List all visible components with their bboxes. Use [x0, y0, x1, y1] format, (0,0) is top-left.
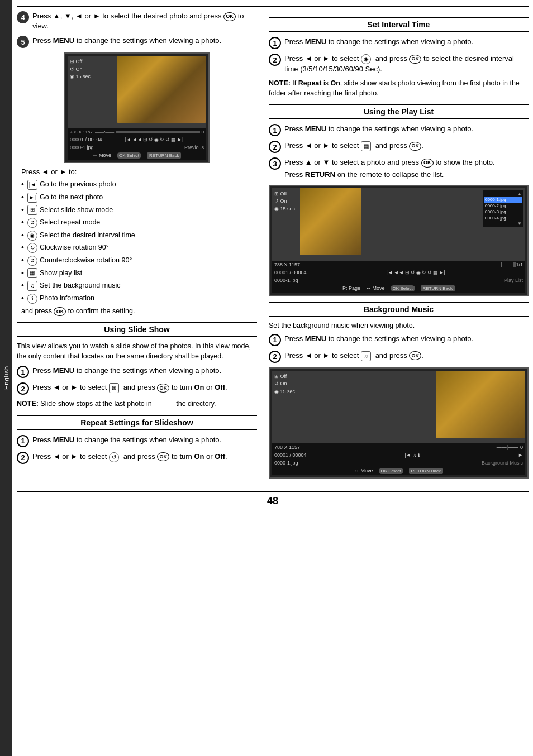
ok-int: OK [409, 55, 421, 64]
left-column: 4 Press ▲, ▼, ◄ or ► to select the desir… [17, 11, 257, 484]
repeat-text: Select repeat mode [40, 218, 100, 228]
bgmusic-section: Background Music Set the background musi… [269, 302, 529, 479]
bgm-controls-bar: 00001 / 00004 |◄ ♫ ℹ ► [272, 451, 525, 459]
pl-ss-btn: ⊞ [405, 270, 410, 275]
playlist-step-2: 2 Press ◄ or ► to select ▦ and press OK. [269, 141, 529, 153]
bullet-playlist: • ▦ Show play list [21, 268, 257, 279]
pl-ccw-btn: ↺ [427, 270, 432, 275]
tv-ok-hint: OK Select [117, 152, 141, 159]
playlist-step-3-text: Press ▲ or ▼ to select a photo and press… [284, 157, 495, 168]
tv-slideshow-icon: ⊞ Off [70, 58, 91, 66]
playlist-step-3-content: Press ▲ or ▼ to select a photo and press… [284, 157, 495, 180]
interval-step-2-text: Press ◄ or ► to select ◉ and press OK to… [284, 54, 529, 74]
tv-move-hint: ↔ Move [93, 152, 112, 159]
next-photo-text: Go to the next photo [40, 193, 103, 203]
tv-mockup-main: ⊞ Off ↺ On ◉ 15 sec 788 X 1157 ——/—— 0 [64, 52, 210, 163]
pl-ff-btn: ►| [439, 270, 445, 275]
ok-pl: OK [409, 142, 421, 151]
bullet-next-photo: • ►| Go to the next photo [21, 192, 257, 203]
pl-return-hint: RETURN Back [421, 285, 455, 291]
tv-filename: 0000-1.jpg [70, 145, 94, 150]
repeat-step-1-badge: 1 [17, 435, 29, 447]
prev-photo-text: Go to the previous photo [40, 180, 116, 190]
repeat-icon: ↺ [27, 218, 37, 228]
bullet-dot-4: • [21, 217, 24, 228]
step-4-badge: 4 [17, 11, 29, 23]
pl-select-icon: ▦ [361, 141, 371, 151]
playlist-section-header: Using the Play List [269, 104, 529, 119]
playlist-step-3: 3 Press ▲ or ▼ to select a photo and pre… [269, 157, 529, 180]
interval-step-1: 1 Press MENU to change the settings when… [269, 37, 529, 49]
bullet-dot-8: • [21, 268, 24, 279]
bgm-rep-status: ↺ On [274, 380, 295, 388]
ok-icon-confirm: OK [54, 307, 66, 316]
slideshow-intro: This view allows you to watch a slide sh… [17, 342, 257, 361]
tv-icon-controls: |◄ ◄◄ ⊞ ↺ ◉ ↻ ↺ ▦ ►| [104, 137, 204, 142]
two-column-layout: 4 Press ▲, ▼, ◄ or ► to select the desir… [17, 11, 529, 484]
tv-return-hint: RETURN Back [147, 152, 181, 159]
bullet-bgmusic: • ♫ Set the background music [21, 280, 257, 291]
ok-ss: OK [157, 384, 169, 393]
slideshow-note: NOTE: Slide show stops at the last photo… [17, 399, 257, 409]
bullet-slideshow: • ⊞ Select slide show mode [21, 205, 257, 216]
bgm-progress: ——|—— [302, 444, 518, 450]
pl-move-hint: ↔ Move [366, 285, 385, 291]
repeat-step-1: 1 Press MENU to change the settings when… [17, 435, 257, 447]
pl-ss-status: ⊞ Off [274, 190, 295, 198]
interval-step-2: 2 Press ◄ or ► to select ◉ and press OK … [269, 54, 529, 74]
interval-step-1-badge: 1 [269, 37, 281, 49]
bgm-return-hint: RETURN Back [409, 468, 443, 474]
step-5-badge: 5 [17, 36, 29, 48]
interval-section-header: Set Interval Time [269, 17, 529, 32]
bullet-cw: • ↻ Clockwise rotation 90° [21, 242, 257, 253]
tv-footer-1: ↔ Move OK Select RETURN Back [68, 151, 206, 160]
rep-select-icon: ↺ [109, 452, 119, 462]
playlist-icon: ▦ [27, 268, 37, 278]
playlist-panel: ▲ 0000-1.jpg 0000-2.jpg 0000-3.jpg 0000-… [483, 190, 523, 227]
bgmusic-step-1-badge: 1 [269, 334, 281, 346]
prev-photo-icon: |◄ [27, 180, 37, 190]
confirm-line: and press OK to confirm the setting. [21, 307, 257, 316]
bgmusic-section-header: Background Music [269, 302, 529, 317]
bgm-int-status: ◉ 15 sec [274, 388, 295, 396]
bullet-interval: • ◉ Select the desired interval time [21, 230, 257, 241]
tv-bottom-bar-1: 788 X 1157 ——/—— 0 [68, 128, 206, 136]
slideshow-step-2-text: Press ◄ or ► to select ⊞ and press OK to… [32, 382, 257, 393]
tv-repeat-icon: ↺ On [70, 66, 91, 74]
tv-pl-btn: ▦ [171, 137, 176, 142]
bgm-progress-end: 0 [520, 444, 523, 450]
pl-controls-bar: 00001 / 00004 |◄ ◄◄ ⊞ ↺ ◉ ↻ ↺ ▦ ►| [272, 269, 525, 276]
bgm-ss-status: ⊞ Off [274, 373, 295, 381]
pl-pl-btn: ▦ [433, 270, 438, 275]
playlist-step-3-extra: Press RETURN on the remote to collapse t… [284, 170, 495, 180]
bgm-dog-image [436, 371, 525, 438]
bgm-tv-footer: ↔ Move OK Select RETURN Back [272, 467, 525, 475]
repeat-section-header: Repeat Settings for Slideshow [17, 415, 257, 430]
bgm-info-btn: ℹ [418, 452, 420, 458]
interval-icon: ◉ [27, 231, 37, 241]
pl-item-1: 0000-1.jpg [484, 197, 522, 203]
repeat-step-1-text: Press MENU to change the settings when v… [32, 435, 257, 445]
slideshow-icon: ⊞ [27, 205, 37, 215]
slideshow-section-header: Using Slide Show [17, 322, 257, 337]
tv-mockup-bgmusic: ⊞ Off ↺ On ◉ 15 sec 788 X 1157 ——|—— 0 0… [269, 367, 529, 479]
interval-note: NOTE: If Repeat is On, slide show starts… [269, 79, 529, 98]
bullet-dot-1: • [21, 179, 24, 190]
playlist-step-2-badge: 2 [269, 141, 281, 153]
interval-section: Set Interval Time 1 Press MENU to change… [269, 17, 529, 98]
feature-bullet-list: • |◄ Go to the previous photo • ►| Go to… [21, 179, 257, 304]
bullet-dot-3: • [21, 205, 24, 216]
step-5-row: 5 Press MENU to change the settings when… [17, 36, 257, 48]
tv-mockup-playlist: ⊞ Off ↺ On ◉ 15 sec ▲ 0000-1.jpg 0000-2.… [269, 185, 529, 296]
pl-cw-btn: ↻ [422, 270, 426, 275]
interval-step-2-badge: 2 [269, 54, 281, 66]
playlist-step-1-text: Press MENU to change the settings when v… [284, 124, 529, 134]
slideshow-step-1-text: Press MENU to change the settings when v… [32, 366, 257, 376]
ccw-icon: ↺ [27, 256, 37, 266]
tv-progress-area: ——/—— 0 [95, 130, 204, 135]
playlist-section: Using the Play List 1 Press MENU to chan… [269, 104, 529, 295]
main-content: 4 Press ▲, ▼, ◄ or ► to select the desir… [12, 0, 533, 513]
bgm-tv-bottom-bar: 788 X 1157 ——|—— 0 [272, 443, 525, 451]
pl-dog-image [300, 188, 361, 255]
pl-rep-btn: ↺ [411, 270, 415, 275]
